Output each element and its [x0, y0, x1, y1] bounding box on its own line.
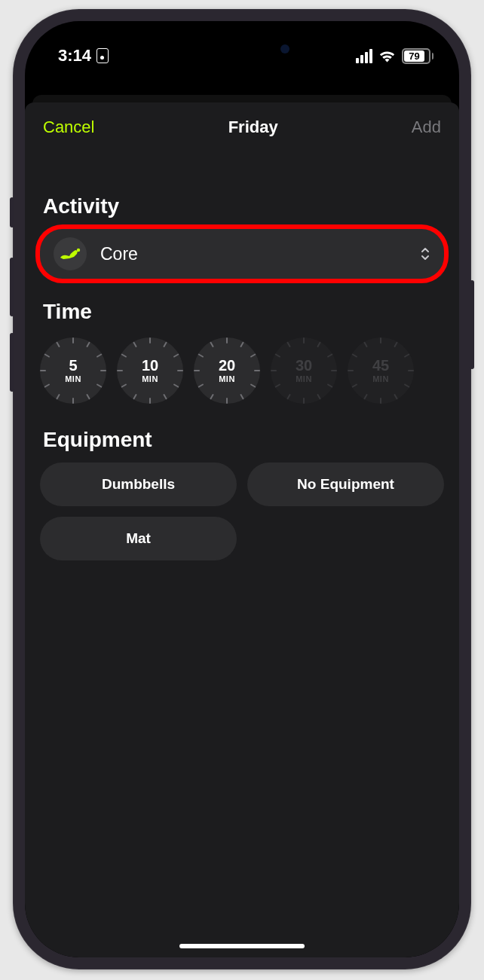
- navbar: Cancel Friday Add: [40, 102, 444, 152]
- status-right: 79: [356, 48, 433, 64]
- time-options-row: 5MIN10MIN20MIN30MIN45MIN: [40, 334, 444, 407]
- battery-indicator: 79: [402, 48, 433, 64]
- home-indicator[interactable]: [179, 944, 305, 948]
- time-option-30: 30MIN: [271, 337, 337, 404]
- equipment-options-row: DumbbellsNo EquipmentMat: [40, 463, 444, 560]
- equipment-option-dumbbells[interactable]: Dumbbells: [40, 463, 237, 506]
- chevron-updown-icon: [420, 246, 430, 261]
- side-button-volume-down: [10, 333, 14, 392]
- add-button[interactable]: Add: [412, 118, 441, 137]
- time-option-45: 45MIN: [348, 337, 414, 404]
- orientation-lock-icon: [96, 48, 109, 63]
- activity-section-title: Activity: [43, 194, 444, 218]
- svg-point-0: [77, 249, 80, 252]
- cellular-signal-icon: [356, 49, 372, 63]
- screen: 3:14 79 Cancel: [25, 21, 459, 957]
- phone-frame: 3:14 79 Cancel: [13, 9, 471, 969]
- wifi-icon: [378, 50, 396, 63]
- sheet-content: Cancel Friday Add Activity Core: [25, 102, 459, 957]
- side-button-volume-up: [10, 258, 14, 316]
- time-option-20[interactable]: 20MIN: [194, 337, 260, 404]
- status-time: 3:14: [58, 46, 91, 66]
- activity-selected-label: Core: [100, 244, 406, 264]
- side-button-silent: [10, 197, 14, 227]
- battery-percent: 79: [400, 50, 427, 62]
- side-button-power: [470, 280, 474, 369]
- time-option-10[interactable]: 10MIN: [117, 337, 183, 404]
- dynamic-island: [185, 33, 299, 65]
- equipment-option-mat[interactable]: Mat: [40, 517, 237, 560]
- equipment-option-no-equipment[interactable]: No Equipment: [247, 463, 444, 506]
- time-option-5[interactable]: 5MIN: [40, 337, 106, 404]
- status-left: 3:14: [58, 46, 109, 66]
- cancel-button[interactable]: Cancel: [43, 118, 94, 137]
- front-camera: [280, 44, 289, 53]
- time-section-title: Time: [43, 300, 444, 324]
- core-activity-icon: [54, 237, 87, 270]
- equipment-section-title: Equipment: [43, 428, 444, 452]
- activity-selector[interactable]: Core: [40, 229, 444, 279]
- page-title: Friday: [228, 118, 278, 137]
